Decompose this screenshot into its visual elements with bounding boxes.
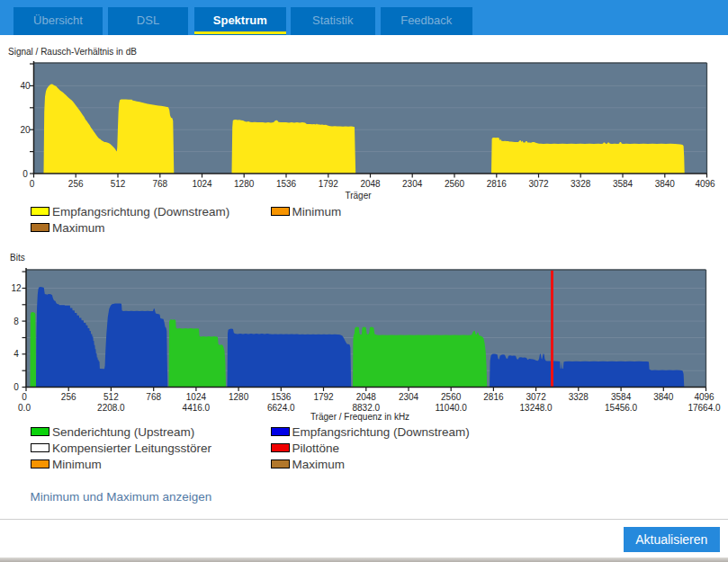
- svg-text:0: 0: [22, 392, 27, 402]
- svg-text:2816: 2816: [483, 392, 504, 402]
- svg-text:8832.0: 8832.0: [353, 403, 381, 413]
- svg-text:512: 512: [111, 179, 126, 189]
- svg-text:3584: 3584: [611, 392, 632, 402]
- svg-text:4416.0: 4416.0: [183, 403, 211, 413]
- svg-text:0.0: 0.0: [18, 403, 31, 413]
- svg-text:15456.0: 15456.0: [605, 403, 638, 413]
- svg-text:11040.0: 11040.0: [435, 403, 467, 413]
- svg-text:1792: 1792: [313, 392, 334, 402]
- svg-text:6624.0: 6624.0: [267, 403, 295, 413]
- svg-text:256: 256: [68, 179, 84, 189]
- svg-text:768: 768: [152, 179, 167, 189]
- svg-text:12: 12: [11, 283, 22, 293]
- svg-text:2816: 2816: [487, 179, 508, 189]
- svg-text:Träger: Träger: [345, 191, 372, 201]
- svg-text:8: 8: [13, 317, 19, 326]
- svg-text:1536: 1536: [276, 179, 297, 189]
- svg-text:17664.0: 17664.0: [688, 403, 721, 413]
- svg-text:40: 40: [20, 81, 31, 91]
- svg-text:256: 256: [61, 392, 76, 402]
- svg-text:2560: 2560: [445, 179, 465, 189]
- svg-text:2304: 2304: [402, 179, 423, 189]
- svg-text:4096: 4096: [694, 392, 715, 402]
- svg-text:2304: 2304: [399, 392, 419, 402]
- svg-text:768: 768: [146, 392, 161, 402]
- svg-text:3840: 3840: [655, 179, 676, 189]
- svg-text:3328: 3328: [569, 392, 589, 402]
- svg-text:4: 4: [13, 349, 19, 359]
- svg-text:3072: 3072: [526, 392, 546, 402]
- svg-text:1024: 1024: [192, 179, 212, 189]
- svg-text:1280: 1280: [229, 392, 249, 402]
- svg-text:2048: 2048: [356, 392, 377, 402]
- svg-text:1792: 1792: [319, 179, 339, 189]
- svg-text:3072: 3072: [528, 179, 549, 189]
- svg-text:Träger / Frequenz in kHz: Träger / Frequenz in kHz: [310, 412, 409, 422]
- svg-text:4096: 4096: [695, 179, 715, 189]
- svg-text:1536: 1536: [271, 392, 292, 402]
- svg-text:2560: 2560: [441, 392, 462, 402]
- svg-text:2048: 2048: [360, 179, 381, 189]
- svg-text:20: 20: [20, 125, 31, 135]
- svg-text:0: 0: [13, 382, 19, 392]
- svg-text:3328: 3328: [571, 179, 591, 189]
- svg-text:3584: 3584: [613, 179, 634, 189]
- svg-text:0: 0: [22, 169, 28, 179]
- svg-text:1280: 1280: [234, 179, 255, 189]
- svg-text:0: 0: [30, 179, 35, 189]
- svg-text:13248.0: 13248.0: [520, 403, 553, 413]
- svg-text:2208.0: 2208.0: [97, 403, 125, 413]
- svg-text:1024: 1024: [186, 392, 207, 402]
- svg-text:3840: 3840: [653, 392, 674, 402]
- svg-text:512: 512: [103, 392, 119, 402]
